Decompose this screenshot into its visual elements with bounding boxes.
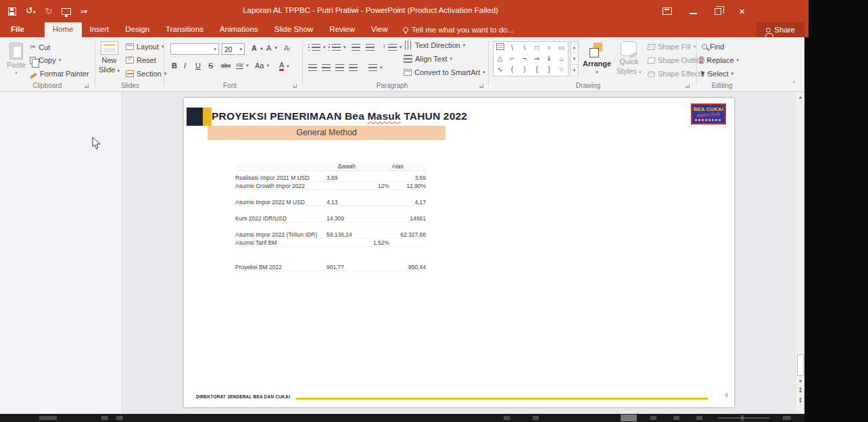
align-left-icon[interactable] xyxy=(308,64,317,71)
ribbon-display-options-icon[interactable] xyxy=(662,7,672,15)
font-color-button[interactable]: A▾ xyxy=(279,62,289,71)
curve-shape-icon[interactable]: ) xyxy=(519,65,529,74)
section-button[interactable]: Section▾ xyxy=(126,70,166,78)
character-spacing-button[interactable]: AV▾ xyxy=(236,62,249,69)
slide-title[interactable]: PROYEKSI PENERIMAAN Bea Masuk TAHUN 2022 xyxy=(212,110,467,122)
drawing-dialog-launcher-icon[interactable] xyxy=(685,83,690,89)
text-direction-button[interactable]: Text Direction▾ xyxy=(404,41,465,49)
down-arrow-shape-icon[interactable]: ⇓ xyxy=(544,54,554,64)
select-button[interactable]: Select▾ xyxy=(702,70,733,78)
find-button[interactable]: Find xyxy=(702,43,724,51)
status-normal-view-icon[interactable] xyxy=(621,415,637,421)
grow-font-button[interactable]: A▲ xyxy=(251,44,264,52)
quick-styles-button[interactable]: Quick Styles ▾ xyxy=(617,41,642,75)
tab-view[interactable]: View xyxy=(363,22,396,37)
tab-insert[interactable]: Insert xyxy=(82,22,118,37)
font-name-combo[interactable]: ▾ xyxy=(170,43,219,55)
scrollbar-thumb[interactable] xyxy=(797,354,804,376)
clipboard-dialog-launcher-icon[interactable] xyxy=(84,83,89,89)
align-center-icon[interactable] xyxy=(322,64,331,71)
decrease-indent-icon[interactable] xyxy=(352,44,360,51)
oval-shape-icon[interactable]: ○ xyxy=(544,43,554,53)
italic-button[interactable]: I xyxy=(184,62,186,70)
status-slide-sorter-icon[interactable] xyxy=(650,416,656,420)
previous-slide-button[interactable]: ▲ ▲ xyxy=(796,387,805,392)
tab-home[interactable]: Home xyxy=(45,22,82,37)
tab-animations[interactable]: Animations xyxy=(212,22,266,37)
tab-slide-show[interactable]: Slide Show xyxy=(266,22,322,37)
scribble-shape-icon[interactable]: ∿ xyxy=(495,65,505,74)
projection-table[interactable]: Bawah Atas Realisasi Impor 2021 M USD3,6… xyxy=(235,163,426,271)
bullets-button[interactable]: ▾ xyxy=(308,44,326,51)
clear-formatting-icon[interactable]: A̷ xyxy=(284,44,289,52)
replace-button[interactable]: abacReplace▾ xyxy=(699,56,739,64)
slide-canvas[interactable]: PROYEKSI PENERIMAAN Bea Masuk TAHUN 2022… xyxy=(184,98,734,407)
underline-button[interactable]: U xyxy=(195,62,201,70)
scroll-up-icon[interactable]: ▲ xyxy=(796,95,805,99)
elbow-connector-icon[interactable]: ⌐ xyxy=(507,54,517,64)
status-fit-slide-icon[interactable] xyxy=(783,416,791,420)
convert-smartart-button[interactable]: Convert to SmartArt▾ xyxy=(404,68,485,76)
collapse-ribbon-icon[interactable]: ⌃ xyxy=(791,80,796,87)
paste-button[interactable]: Paste ▾ xyxy=(7,43,26,76)
shrink-font-button[interactable]: A▼ xyxy=(266,44,278,52)
rectangle-shape-icon[interactable]: □ xyxy=(532,43,542,53)
left-brace-shape-icon[interactable]: { xyxy=(532,65,542,74)
cut-button[interactable]: ✂Cut xyxy=(30,43,50,51)
increase-indent-icon[interactable] xyxy=(366,44,375,51)
share-button[interactable]: Share xyxy=(756,22,804,37)
align-text-button[interactable]: Align Text▾ xyxy=(404,55,452,63)
editor-vertical-scrollbar[interactable]: ▲ ▼ ▲ ▲ ▼ ▼ xyxy=(795,92,804,414)
shape-gallery[interactable]: \ \ □ ○ ▭ △ ⌐ ¬ ⇒ ⇓ ⌂ ∿ ( ) { } ☆ xyxy=(493,41,569,76)
shape-fill-button[interactable]: Shape Fill▾ xyxy=(648,43,696,51)
shape-effects-button[interactable]: Shape Effects▾ xyxy=(648,70,709,78)
tab-file[interactable]: File xyxy=(0,22,35,37)
tab-review[interactable]: Review xyxy=(321,22,363,37)
textbox-shape-icon[interactable] xyxy=(496,43,504,50)
close-icon[interactable]: × xyxy=(739,6,745,16)
font-size-combo[interactable]: 20▾ xyxy=(222,43,245,55)
strikethrough-button[interactable]: S xyxy=(208,62,213,70)
triangle-shape-icon[interactable]: △ xyxy=(495,54,505,64)
line-shape-icon[interactable]: \ xyxy=(507,43,517,53)
reset-button[interactable]: Reset xyxy=(126,56,156,64)
status-slideshow-icon[interactable] xyxy=(696,416,702,420)
status-zoom-knob[interactable] xyxy=(741,415,744,421)
tell-me-box[interactable]: Tell me what you want to do... xyxy=(396,22,521,37)
line-spacing-button[interactable]: ▾ xyxy=(384,44,402,51)
minimize-icon[interactable] xyxy=(690,13,697,14)
align-right-icon[interactable] xyxy=(335,64,344,71)
columns-button[interactable]: ▾ xyxy=(368,64,383,71)
status-notes-icon[interactable] xyxy=(504,416,510,420)
tab-transitions[interactable]: Transitions xyxy=(158,22,212,37)
pentagon-shape-icon[interactable]: ⌂ xyxy=(556,54,566,64)
status-zoom-slider[interactable] xyxy=(718,417,769,419)
right-brace-shape-icon[interactable]: } xyxy=(544,65,554,74)
shape-gallery-scroll[interactable]: ▲▼▼ xyxy=(570,41,579,76)
change-case-button[interactable]: Aa▾ xyxy=(255,62,269,70)
next-slide-button[interactable]: ▼ ▼ xyxy=(796,398,805,403)
new-slide-button[interactable]: New Slide ▾ xyxy=(99,41,120,74)
copy-button[interactable]: Copy▾ xyxy=(30,56,61,64)
rounded-rectangle-shape-icon[interactable]: ▭ xyxy=(556,43,566,53)
arrow-shape-icon[interactable]: \ xyxy=(519,43,529,53)
elbow-arrow-connector-icon[interactable]: ¬ xyxy=(519,54,529,64)
right-arrow-shape-icon[interactable]: ⇒ xyxy=(532,54,542,64)
slide-subtitle-banner[interactable]: General Method xyxy=(208,126,445,140)
status-comments-icon[interactable] xyxy=(533,416,539,420)
arc-shape-icon[interactable]: ( xyxy=(507,65,517,74)
bold-button[interactable]: B xyxy=(172,62,177,70)
star-shape-icon[interactable]: ☆ xyxy=(556,65,566,74)
arrange-button[interactable]: Arrange ▾ xyxy=(583,43,611,75)
layout-button[interactable]: Layout▾ xyxy=(126,43,164,51)
scroll-down-icon[interactable]: ▼ xyxy=(796,379,805,383)
tab-design[interactable]: Design xyxy=(117,22,158,37)
numbering-button[interactable]: ▾ xyxy=(329,44,346,51)
font-dialog-launcher-icon[interactable] xyxy=(292,83,297,89)
justify-icon[interactable] xyxy=(349,64,358,71)
paragraph-dialog-launcher-icon[interactable] xyxy=(479,83,484,89)
format-painter-button[interactable]: Format Painter xyxy=(30,70,89,78)
restore-icon[interactable] xyxy=(715,8,721,15)
subscript-button[interactable]: abc xyxy=(221,62,231,69)
status-reading-view-icon[interactable] xyxy=(673,416,679,420)
